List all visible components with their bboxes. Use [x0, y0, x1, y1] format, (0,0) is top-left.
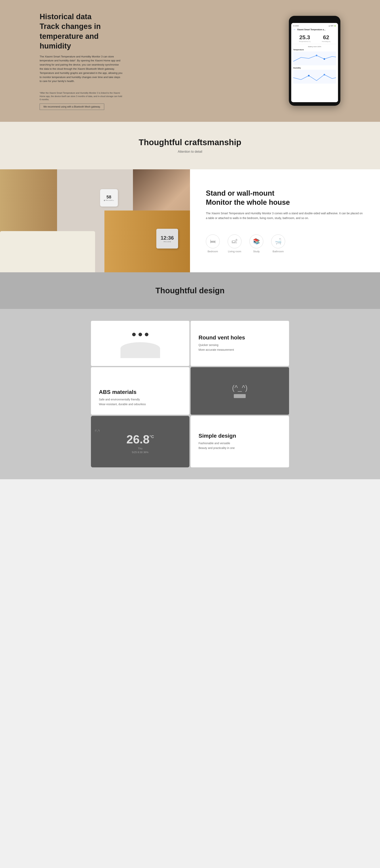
display-temp-value: 26.8	[126, 433, 150, 446]
abs-feature-desc1: Safe and environmentally friendly	[99, 397, 181, 402]
humidity-value: 62	[322, 34, 330, 40]
chart1-label: Temperature	[293, 49, 336, 51]
temperature-metric: 25.3 Temperature(°C)	[299, 34, 311, 42]
temperature-chart	[293, 52, 336, 65]
wall-mount-title: Stand or wall-mountMonitor the whole hou…	[206, 189, 364, 207]
phone-status-bar: 8:14AM ▲ WiFi 🔋	[293, 25, 336, 27]
vent-holes	[132, 333, 148, 336]
phone-icons: ▲ WiFi 🔋	[328, 25, 336, 27]
table-device-sub: FRI 2 16 58	[164, 241, 171, 242]
device-base-shape	[120, 342, 160, 358]
display-day: Thu	[138, 447, 142, 450]
wall-mounted-device: 58 ▦ FRI 12:35 2 ₂	[100, 189, 118, 207]
wall-device-temp: 58	[107, 194, 111, 199]
bathroom-label: Bathroom	[273, 250, 284, 253]
room-icon-living: 🛋 Living room	[228, 235, 241, 253]
vent-hole-2	[139, 333, 142, 336]
phone-header: ← Xiaomi Smart Temperature a...	[293, 28, 336, 31]
phone-app-title: Xiaomi Smart Temperature a...	[297, 29, 325, 31]
room-icon-bedroom: 🛏 Bedroom	[206, 235, 220, 253]
room-photo: 58 ▦ FRI 12:35 2 ₂ 12:36 FRI 2 16 58	[0, 169, 190, 272]
display-mock: (^_^) 26.8 °C Thu 5/25 8:30 36%	[91, 416, 189, 467]
simple-feature-desc1: Fashionable and versatile	[199, 441, 281, 446]
bluetooth-recommendation-button[interactable]: We recommend using with a Bluetooth Mesh…	[40, 103, 104, 110]
phone-notch	[309, 20, 321, 21]
bedroom-label: Bedroom	[208, 250, 218, 253]
historical-description: The Xiaomi Smart Temperature and Humidit…	[40, 55, 123, 84]
svg-point-2	[308, 75, 310, 76]
abs-feature-title: ABS materials	[99, 389, 181, 395]
phone-screen: 8:14AM ▲ WiFi 🔋 ← Xiaomi Smart Temperatu…	[291, 23, 338, 102]
section-wall-mount: 58 ▦ FRI 12:35 2 ₂ 12:36 FRI 2 16 58 Sta…	[0, 169, 380, 272]
battery-label: Battery level 100%	[293, 46, 336, 48]
vent-hole-3	[145, 333, 148, 336]
room-icons-container: 🛏 Bedroom 🛋 Living room 📚 Study 🛁 Bathro…	[206, 235, 364, 253]
device-face-content: (^_^)	[232, 384, 247, 398]
study-icon: 📚	[250, 235, 263, 248]
wall-mount-image: 58 ▦ FRI 12:35 2 ₂ 12:36 FRI 2 16 58	[0, 169, 190, 272]
svg-point-1	[324, 58, 325, 60]
feature-card-abs-desc: ABS materials Safe and environmentally f…	[91, 367, 189, 415]
vent-hole-1	[132, 333, 136, 336]
simple-feature-title: Simple design	[199, 433, 281, 439]
humidity-metric: 62 Humidity(%)	[322, 34, 330, 42]
historical-footnote: *After the Xiaomi Smart Temperature and …	[40, 91, 123, 101]
svg-point-3	[324, 74, 325, 75]
vent-feature-desc1: Quicker sensing	[199, 343, 281, 347]
chart2-label: Humidity	[293, 67, 336, 69]
temperature-label: Temperature(°C)	[299, 40, 311, 42]
craftsmanship-title: Thoughtful craftsmanship	[40, 137, 340, 147]
room-icon-study: 📚 Study	[250, 235, 263, 253]
svg-point-0	[316, 55, 317, 56]
humidity-label: Humidity(%)	[322, 40, 330, 42]
feature-card-device-face: (^_^)	[191, 367, 289, 415]
face-emoji: (^_^)	[232, 384, 247, 392]
abs-feature-desc2: Wear-resistant, durable and odourless	[99, 402, 181, 407]
phone-mockup: 8:14AM ▲ WiFi 🔋 ← Xiaomi Smart Temperatu…	[289, 16, 340, 106]
section-design-header: Thoughtful design	[0, 272, 380, 309]
table-device-time: 12:36	[161, 235, 174, 241]
section-features: Round vent holes Quicker sensing More ac…	[0, 309, 380, 479]
table-device: 12:36 FRI 2 16 58	[156, 229, 178, 249]
features-grid: Round vent holes Quicker sensing More ac…	[91, 321, 289, 467]
device-bottom-strip	[234, 394, 246, 398]
bathroom-icon: 🛁	[271, 235, 285, 248]
display-temperature: 26.8 °C	[126, 433, 154, 446]
feature-card-vent-top	[91, 321, 189, 366]
bedroom-icon: 🛏	[206, 235, 220, 248]
vent-feature-desc2: More accurate measurement	[199, 347, 281, 352]
design-title: Thoughtful design	[40, 286, 340, 295]
historical-title: Historical dataTrack changes intemperatu…	[40, 12, 123, 51]
back-icon: ←	[293, 28, 296, 31]
pillow	[0, 231, 95, 272]
device-face: (^_^)	[191, 367, 289, 415]
display-face-label: (^_^)	[95, 429, 100, 432]
room-icon-bathroom: 🛁 Bathroom	[271, 235, 285, 253]
study-label: Study	[253, 250, 260, 253]
section-craftsmanship: Thoughtful craftsmanship Attention to de…	[0, 122, 380, 169]
simple-feature-desc2: Beauty and practicality in one	[199, 446, 281, 451]
feature-card-vent-desc: Round vent holes Quicker sensing More ac…	[191, 321, 289, 366]
section-historical: Historical dataTrack changes intemperatu…	[0, 0, 380, 122]
feature-card-display: (^_^) 26.8 °C Thu 5/25 8:30 36%	[91, 416, 189, 467]
craftsmanship-subtitle: Attention to detail	[40, 150, 340, 153]
historical-text-content: Historical dataTrack changes intemperatu…	[40, 12, 123, 110]
phone-time: 8:14AM	[293, 25, 299, 27]
living-room-label: Living room	[228, 250, 241, 253]
temperature-value: 25.3	[299, 34, 311, 40]
wall-mount-description: The Xiaomi Smart Temperature and Humidit…	[206, 211, 364, 221]
display-bottom: 5/25 8:30 36%	[132, 451, 149, 454]
phone-metrics: 25.3 Temperature(°C) 62 Humidity(%)	[293, 33, 336, 44]
vent-feature-title: Round vent holes	[199, 335, 281, 341]
display-temp-unit: °C	[150, 434, 154, 439]
wall-mount-text: Stand or wall-mountMonitor the whole hou…	[190, 169, 380, 272]
feature-card-simple-desc: Simple design Fashionable and versatile …	[191, 416, 289, 467]
wall-device-sub: ▦ FRI 12:35 2 ₂	[104, 199, 114, 201]
humidity-chart	[293, 70, 336, 84]
living-room-icon: 🛋	[228, 235, 241, 248]
